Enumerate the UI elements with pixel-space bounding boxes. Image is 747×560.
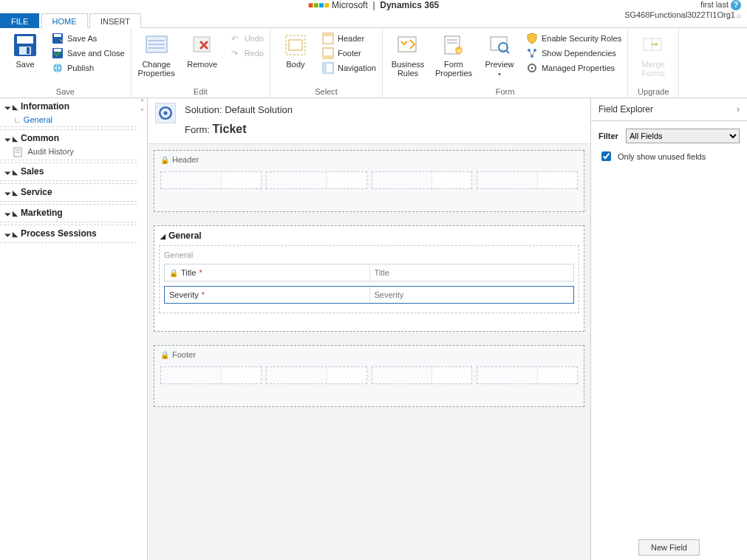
merge-forms-icon [641, 33, 666, 58]
nav-section-common[interactable]: ◣Common [0, 130, 137, 145]
body-icon [283, 33, 308, 58]
form-line: Form: Ticket [185, 123, 293, 136]
redo-icon: ↷ [229, 47, 241, 59]
navigation-button[interactable]: Navigation [322, 62, 376, 74]
scroll-down-icon[interactable]: ˅ [140, 108, 144, 116]
form-section-header[interactable]: 🔒Header [154, 150, 584, 212]
footer-icon [322, 47, 334, 59]
workspace: ◣Information ∟ General ◣Common Audit His… [0, 98, 747, 560]
only-unused-checkbox[interactable] [601, 151, 611, 161]
nav-section-sales[interactable]: ◣Sales [0, 163, 137, 178]
chevron-right-icon[interactable]: › [737, 104, 740, 115]
document-icon [13, 147, 22, 157]
required-indicator: * [199, 268, 202, 277]
remove-button[interactable]: Remove [183, 31, 222, 69]
nav-item-audit-history[interactable]: Audit History [0, 145, 137, 160]
leftnav-scrollbar[interactable]: ˄ ˅ [137, 98, 147, 560]
severity-input[interactable] [370, 287, 574, 303]
title-input[interactable] [370, 264, 574, 281]
form-section-footer[interactable]: 🔒Footer [154, 345, 584, 407]
body-button[interactable]: Body [276, 31, 315, 69]
show-dependencies-button[interactable]: Show Dependencies [526, 47, 621, 59]
footer-slot-4[interactable] [477, 366, 578, 384]
business-rules-icon [395, 33, 420, 58]
undo-button[interactable]: ↶Undo [229, 33, 264, 44]
svg-point-34 [531, 67, 533, 69]
tab-home[interactable]: HOME [41, 13, 88, 28]
header-slot-3[interactable] [372, 171, 473, 189]
form-properties-button[interactable]: Form Properties [434, 31, 473, 78]
lock-icon: 🔒 [160, 351, 169, 359]
group-save-label: Save [6, 86, 125, 96]
help-icon[interactable]: ? [731, 0, 741, 10]
lock-icon: 🔒 [160, 156, 169, 164]
scroll-up-icon[interactable]: ˄ [140, 98, 144, 106]
group-form-label: Form [389, 86, 621, 96]
remove-label: Remove [183, 60, 222, 69]
svg-rect-17 [323, 33, 333, 36]
shield-icon [526, 33, 538, 44]
header-slot-1[interactable] [160, 171, 262, 189]
redo-button[interactable]: ↷Redo [229, 47, 264, 59]
dependencies-icon [526, 47, 538, 59]
user-org: SG468Functional3022TI1Org1 [624, 10, 735, 19]
home-icon[interactable]: ⌂ [737, 11, 741, 19]
only-unused-row[interactable]: Only show unused fields [598, 149, 740, 163]
field-explorer-panel: Field Explorer › Filter All Fields Only … [590, 98, 747, 560]
new-field-button[interactable]: New Field [638, 539, 700, 556]
footer-button[interactable]: Footer [322, 47, 376, 59]
publish-button[interactable]: Publish [52, 62, 125, 74]
ribbon: Save Save As Save and Close Publish Save [0, 28, 747, 98]
save-close-label: Save and Close [67, 49, 125, 58]
nav-section-information[interactable]: ◣Information [0, 98, 137, 113]
nav-section-process[interactable]: ◣Process Sessions [0, 225, 137, 240]
save-as-label: Save As [67, 34, 97, 43]
save-button[interactable]: Save [6, 31, 44, 69]
left-nav: ◣Information ∟ General ◣Common Audit His… [0, 98, 148, 560]
ribbon-group-select: Body Header Footer Navigation Select [270, 28, 383, 98]
biz-rules-label: Business Rules [389, 60, 427, 78]
header-slot-4[interactable] [477, 171, 578, 189]
solution-line: Solution: Default Solution [185, 104, 293, 115]
form-section-general[interactable]: ◢General General 🔒Title* Severity* [154, 225, 584, 332]
field-severity[interactable]: Severity* [164, 286, 574, 304]
merge-forms-button[interactable]: Merge Forms [634, 31, 672, 78]
nav-section-service[interactable]: ◣Service [0, 184, 137, 199]
field-explorer-title: Field Explorer [598, 104, 653, 115]
footer-slot-2[interactable] [266, 366, 367, 384]
form-props-label: Form Properties [434, 60, 473, 78]
save-close-icon [52, 47, 64, 59]
footer-slot-1[interactable] [160, 366, 262, 384]
preview-label: Preview▾ [480, 60, 519, 79]
ribbon-group-upgrade: Merge Forms Upgrade [628, 28, 679, 98]
header-button[interactable]: Header [322, 33, 376, 44]
svg-rect-7 [54, 49, 61, 52]
general-section-header[interactable]: ◢General [159, 231, 579, 245]
svg-rect-19 [323, 55, 333, 58]
field-explorer-header[interactable]: Field Explorer › [591, 98, 747, 121]
nav-item-general[interactable]: ∟ General [0, 113, 137, 127]
tab-insert[interactable]: INSERT [89, 13, 141, 28]
svg-point-41 [163, 111, 167, 115]
filter-select[interactable]: All Fields [626, 129, 740, 143]
undo-icon: ↶ [229, 33, 241, 44]
svg-rect-5 [54, 34, 61, 37]
preview-button[interactable]: Preview▾ [480, 31, 519, 79]
title-label: Title [181, 268, 196, 277]
group-upgrade-label: Upgrade [634, 86, 672, 96]
merge-forms-label: Merge Forms [634, 60, 672, 78]
nav-section-marketing[interactable]: ◣Marketing [0, 205, 137, 219]
tab-file[interactable]: FILE [0, 13, 39, 28]
save-close-button[interactable]: Save and Close [52, 47, 125, 59]
field-title[interactable]: 🔒Title* [164, 264, 574, 281]
brand-user-area: first last? SG468Functional3022TI1Org1⌂ [624, 0, 741, 20]
business-rules-button[interactable]: Business Rules [389, 31, 427, 78]
group-edit-label: Edit [137, 86, 264, 96]
change-properties-button[interactable]: Change Properties [137, 31, 176, 78]
footer-slot-3[interactable] [372, 366, 473, 384]
managed-properties-button[interactable]: Managed Properties [526, 62, 621, 74]
brand-bar: ■■■■ Microsoft | Dynamics 365 first last… [0, 0, 747, 13]
save-as-button[interactable]: Save As [52, 33, 125, 44]
enable-security-button[interactable]: Enable Security Roles [526, 33, 621, 44]
header-slot-2[interactable] [266, 171, 367, 189]
